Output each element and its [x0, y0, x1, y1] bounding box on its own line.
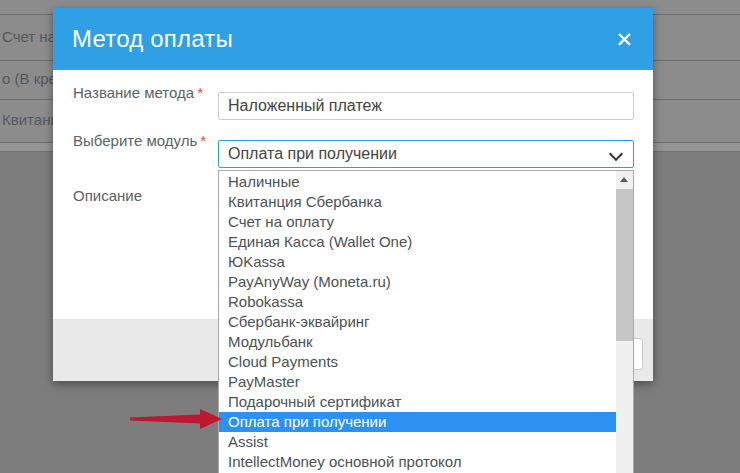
dropdown-option[interactable]: Сбербанк-эквайринг: [219, 312, 616, 332]
dropdown-option[interactable]: ЮKassa: [219, 252, 616, 272]
modal-title: Метод оплаты: [72, 25, 233, 53]
dropdown-option[interactable]: Модульбанк: [219, 332, 616, 352]
dropdown-option[interactable]: Оплата при получении: [219, 412, 616, 432]
dropdown-option[interactable]: PayAnyWay (Moneta.ru): [219, 272, 616, 292]
dropdown-option[interactable]: Единая Касса (Wallet One): [219, 232, 616, 252]
screen: Счет на о о (В кред Квитанци Метод оплат…: [0, 0, 740, 473]
dropdown-option[interactable]: Robokassa: [219, 292, 616, 312]
close-icon[interactable]: ✕: [615, 29, 633, 50]
method-name-label-text: Название метода: [73, 84, 194, 101]
dropdown-option[interactable]: Счет на оплату: [219, 212, 616, 232]
module-select-label: Выберите модуль*: [73, 132, 206, 149]
dropdown-option[interactable]: PayMaster: [219, 372, 616, 392]
dropdown-option[interactable]: Наличные: [219, 172, 616, 192]
modal-header: Метод оплаты ✕: [53, 8, 653, 70]
module-select[interactable]: Оплата при получении: [218, 140, 634, 168]
required-asterisk: *: [200, 132, 206, 149]
scrollbar-thumb[interactable]: [616, 189, 633, 341]
dropdown-option[interactable]: Квитанция Сбербанка: [219, 192, 616, 212]
scroll-up-icon[interactable]: [616, 171, 633, 188]
chevron-down-icon: [609, 147, 623, 161]
module-select-value: Оплата при получении: [228, 145, 397, 163]
dropdown-scrollbar[interactable]: [616, 171, 633, 473]
method-name-label: Название метода*: [73, 84, 203, 101]
dropdown-option[interactable]: Assist: [219, 432, 616, 452]
dropdown-option[interactable]: IntellectMoney основной протокол: [219, 452, 616, 472]
dropdown-options: НаличныеКвитанция СбербанкаСчет на оплат…: [219, 172, 616, 472]
module-dropdown-list: НаличныеКвитанция СбербанкаСчет на оплат…: [218, 170, 634, 473]
dropdown-option[interactable]: Cloud Payments: [219, 352, 616, 372]
required-asterisk: *: [197, 84, 203, 101]
method-name-input[interactable]: [218, 92, 634, 120]
dropdown-option[interactable]: Подарочный сертификат: [219, 392, 616, 412]
description-label: Описание: [73, 187, 142, 204]
scroll-up-triangle: [620, 177, 628, 182]
module-select-label-text: Выберите модуль: [73, 132, 197, 149]
